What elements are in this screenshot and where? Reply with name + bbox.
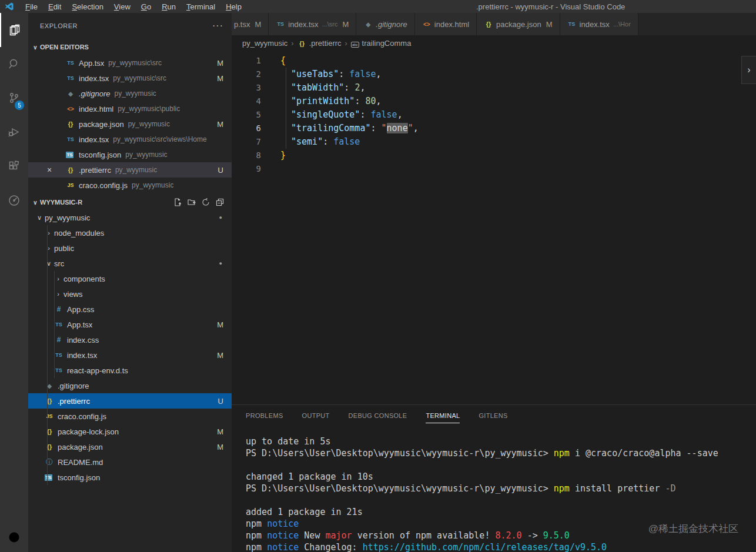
- chevron-right-icon: ›: [45, 245, 53, 252]
- symbol-string-icon: abc: [351, 42, 359, 48]
- json-file-icon: {}: [297, 40, 307, 47]
- tab-p.tsx[interactable]: p.tsxM: [232, 13, 269, 35]
- file-path: py_wyymusic: [128, 120, 170, 128]
- tab-detail: ...\src: [322, 21, 338, 28]
- open-editor-tsconfig.json[interactable]: TStsconfig.jsonpy_wyymusic: [28, 147, 232, 162]
- menu-file[interactable]: File: [20, 2, 43, 11]
- panel-tab-gitlens[interactable]: GITLENS: [479, 407, 507, 423]
- line-content: "singleQuote": false,: [280, 108, 403, 122]
- menu-help[interactable]: Help: [220, 2, 247, 11]
- panel-tab-terminal[interactable]: TERMINAL: [426, 407, 460, 423]
- tab-index.tsx[interactable]: TSindex.tsx...\Hor: [560, 13, 638, 35]
- line-content: "useTabs": false,: [280, 68, 382, 81]
- tab-detail: ...\Hor: [613, 21, 631, 28]
- tree-item-craco.config.js[interactable]: JScraco.config.js: [28, 409, 232, 424]
- info-file-icon: ⓘ: [45, 457, 54, 467]
- code-line-7: 7"semi": false: [232, 135, 756, 149]
- indent-guide: [280, 108, 291, 122]
- tab-index.html[interactable]: <>index.html: [415, 13, 477, 35]
- git-status-badge: M: [217, 351, 232, 360]
- explorer-icon[interactable]: [0, 13, 28, 47]
- breadcrumb-item-.prettierrc[interactable]: {}.prettierrc: [297, 39, 342, 48]
- source-control-icon[interactable]: 5: [0, 81, 28, 115]
- explorer-actions-icon[interactable]: ···: [212, 21, 223, 31]
- line-number: 2: [232, 68, 261, 81]
- menu-selection[interactable]: Selection: [66, 2, 108, 11]
- tab-index.tsx[interactable]: TSindex.tsx...\srcM: [269, 13, 356, 35]
- account-icon[interactable]: [0, 523, 28, 552]
- panel-tab-output[interactable]: OUTPUT: [302, 407, 330, 423]
- extensions-icon[interactable]: [0, 149, 28, 183]
- menu-run[interactable]: Run: [156, 2, 181, 11]
- open-editor-.gitignore[interactable]: ◆.gitignorepy_wyymusic: [28, 86, 232, 101]
- open-editor-package.json[interactable]: {}package.jsonpy_wyymusicM: [28, 116, 232, 132]
- menu-view[interactable]: View: [109, 2, 136, 11]
- breadcrumb-separator: ›: [291, 39, 293, 48]
- git-status-badge: M: [217, 120, 232, 129]
- new-file-icon[interactable]: [173, 198, 182, 207]
- open-editor-.prettierrc[interactable]: ×{}.prettierrcpy_wyymusicU: [28, 162, 232, 178]
- ts-file-icon: TS: [54, 352, 63, 358]
- code-editor[interactable]: 1{2"useTabs": false,3"tabWidth": 2,4"pri…: [232, 51, 756, 404]
- tree-item-.gitignore[interactable]: ◆.gitignore: [28, 378, 232, 393]
- open-editor-craco.config.js[interactable]: JScraco.config.jspy_wyymusic: [28, 178, 232, 193]
- tree-item-index.tsx[interactable]: TSindex.tsxM: [28, 347, 232, 363]
- tree-item-src[interactable]: ∨src●: [28, 256, 232, 271]
- chevron-down-icon: ∨: [35, 214, 44, 222]
- sidebar-title: EXPLORER: [40, 22, 78, 29]
- terminal-line: npm notice Changelog: https://github.com…: [246, 541, 756, 552]
- file-name: index.html: [79, 105, 113, 113]
- tab-.gitignore[interactable]: ◆.gitignore: [356, 13, 414, 35]
- run-and-debug-icon[interactable]: [0, 115, 28, 149]
- breadcrumb-item-py_wyymusic[interactable]: py_wyymusic: [242, 39, 287, 48]
- line-number: 4: [232, 95, 261, 108]
- tree-item-package.json[interactable]: {}package.jsonM: [28, 439, 232, 454]
- html-file-icon: <>: [422, 21, 431, 28]
- tab-package.json[interactable]: {}package.jsonM: [477, 13, 560, 35]
- tsconfig-file-icon: TS: [45, 474, 52, 481]
- new-folder-icon[interactable]: [187, 198, 196, 207]
- code-line-6: 6"trailingComma": "none",: [232, 122, 756, 135]
- tree-item-py_wyymusic[interactable]: ∨py_wyymusic●: [28, 210, 232, 225]
- tree-item-App.css[interactable]: #App.css: [28, 302, 232, 317]
- close-icon[interactable]: ×: [45, 165, 54, 175]
- line-number: 7: [232, 135, 261, 149]
- expand-panel-arrow[interactable]: ›: [741, 56, 756, 84]
- menu-terminal[interactable]: Terminal: [181, 2, 220, 11]
- tree-item-App.tsx[interactable]: TSApp.tsxM: [28, 317, 232, 332]
- open-editor-index.tsx[interactable]: TSindex.tsxpy_wyymusic\srcM: [28, 71, 232, 86]
- code-line-1: 1{: [232, 54, 756, 68]
- refresh-icon[interactable]: [201, 198, 210, 207]
- panel-tab-bar: PROBLEMSOUTPUTDEBUG CONSOLETERMINALGITLE…: [232, 405, 756, 425]
- tree-item-components[interactable]: ›components: [28, 271, 232, 286]
- tree-item-react-app-env.d.ts[interactable]: TSreact-app-env.d.ts: [28, 363, 232, 378]
- panel-tab-debug-console[interactable]: DEBUG CONSOLE: [349, 407, 407, 423]
- tree-item-views[interactable]: ›views: [28, 286, 232, 302]
- panel-tab-problems[interactable]: PROBLEMS: [246, 407, 283, 423]
- breadcrumb-separator: ›: [345, 39, 347, 48]
- menu-edit[interactable]: Edit: [43, 2, 66, 11]
- collapse-all-icon[interactable]: [215, 198, 225, 207]
- breadcrumb-item-trailingComma[interactable]: abctrailingComma: [351, 39, 412, 48]
- file-name: .prettierrc: [79, 166, 111, 175]
- file-name: public: [54, 244, 74, 253]
- git-file-icon: ◆: [66, 91, 75, 97]
- open-editor-App.tsx[interactable]: TSApp.tsxpy_wyymusic\srcM: [28, 55, 232, 71]
- tree-item-public[interactable]: ›public: [28, 240, 232, 256]
- tree-item-package-lock.json[interactable]: {}package-lock.jsonM: [28, 424, 232, 439]
- menu-go[interactable]: Go: [136, 2, 156, 11]
- tree-item-index.css[interactable]: #index.css: [28, 332, 232, 347]
- tree-item-node_modules[interactable]: ›node_modules: [28, 225, 232, 240]
- workspace-header[interactable]: ∨ WYYMUSIC-R: [28, 195, 232, 210]
- search-icon[interactable]: [0, 47, 28, 81]
- tree-item-README.md[interactable]: ⓘREADME.md: [28, 454, 232, 470]
- file-name: package-lock.json: [58, 427, 119, 436]
- gitlens-icon[interactable]: [0, 183, 28, 218]
- open-editors-header[interactable]: ∨ OPEN EDITORS: [28, 39, 232, 55]
- code-line-4: 4"printWidth": 80,: [232, 95, 756, 108]
- open-editor-index.tsx[interactable]: TSindex.tsxpy_wyymusic\src\views\Home: [28, 132, 232, 147]
- open-editor-index.html[interactable]: <>index.htmlpy_wyymusic\public: [28, 101, 232, 116]
- tree-item-.prettierrc[interactable]: {}.prettierrcU: [28, 393, 232, 409]
- tree-item-tsconfig.json[interactable]: TStsconfig.json: [28, 470, 232, 485]
- code-line-2: 2"useTabs": false,: [232, 68, 756, 81]
